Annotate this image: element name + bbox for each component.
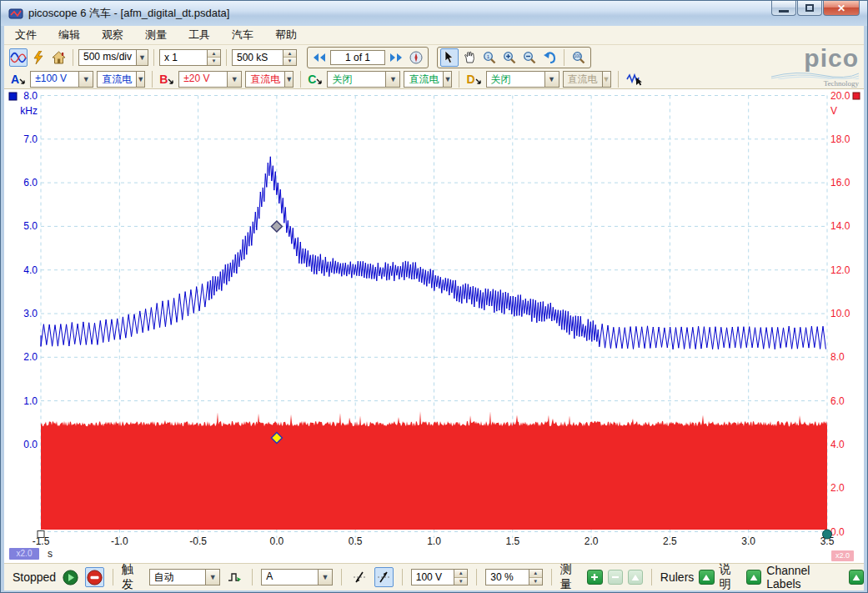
next-buffer-icon xyxy=(389,53,403,63)
close-button[interactable]: ✕ xyxy=(823,1,860,16)
zoom-marquee-button[interactable]: 1 xyxy=(480,48,499,67)
spinner-arrows[interactable]: ▲▼ xyxy=(454,570,467,585)
scope-plot-svg[interactable]: 8.07.06.05.04.03.02.01.00.0kHz20.018.016… xyxy=(4,89,865,563)
trigger-source-dropdown[interactable]: A ▼ xyxy=(261,569,333,585)
toolbar-separator xyxy=(551,569,552,585)
channel-d-range-dropdown[interactable]: 关闭 ▼ xyxy=(486,71,559,88)
svg-text:12.0: 12.0 xyxy=(830,264,850,276)
pan-tool-button[interactable] xyxy=(460,48,479,67)
spin-down-icon[interactable]: ▼ xyxy=(454,578,467,585)
add-measurement-button[interactable] xyxy=(587,570,602,585)
spinner-arrows[interactable]: ▲▼ xyxy=(283,50,296,65)
menu-automotive[interactable]: 汽车 xyxy=(221,26,264,44)
channel-labels-toggle-button[interactable] xyxy=(849,570,864,585)
spin-up-icon[interactable]: ▲ xyxy=(283,50,296,58)
rulers-toggle-button[interactable] xyxy=(699,570,714,585)
zoom-out-button[interactable] xyxy=(520,48,539,67)
channel-b-coupling-dropdown[interactable]: 直流电 ▼ xyxy=(245,71,294,88)
svg-text:8.0: 8.0 xyxy=(830,351,845,363)
buffer-overview-button[interactable] xyxy=(407,48,425,67)
zoom-100-button[interactable]: 100 xyxy=(569,48,588,67)
scope-view[interactable]: 8.07.06.05.04.03.02.01.00.0kHz20.018.016… xyxy=(4,89,864,563)
spin-down-icon[interactable]: ▼ xyxy=(529,578,542,585)
waveform-view-button[interactable] xyxy=(9,48,28,67)
title-bar[interactable]: picoscope 6 汽车 - [afm_digital_dt.psdata]… xyxy=(1,1,867,26)
notes-toggle-button[interactable] xyxy=(746,570,761,585)
timebase-dropdown[interactable]: 500 ms/div ▼ xyxy=(78,49,148,66)
menu-measure[interactable]: 测量 xyxy=(134,26,178,44)
zoom-factor-spinner[interactable]: x 1 ▲▼ xyxy=(159,49,221,66)
start-capture-button[interactable] xyxy=(61,567,80,587)
spin-down-icon[interactable]: ▼ xyxy=(208,58,220,65)
channel-d-button[interactable]: D xyxy=(466,73,482,86)
restore-button[interactable] xyxy=(797,1,822,16)
trigger-level-spinner[interactable]: 100 V ▲▼ xyxy=(411,569,469,585)
spin-up-icon[interactable]: ▲ xyxy=(529,570,542,578)
channel-c-coupling-dropdown[interactable]: 直流电 ▼ xyxy=(404,71,452,88)
svg-text:5.0: 5.0 xyxy=(23,220,38,232)
channel-c-button[interactable]: C xyxy=(308,73,324,86)
probe-settings-button[interactable] xyxy=(625,70,644,88)
svg-text:6.0: 6.0 xyxy=(830,395,845,407)
pico-technology-logo: pico Technology xyxy=(771,48,859,88)
left-axis-zoom-badge[interactable]: x2.0 xyxy=(9,548,39,560)
zoom-in-button[interactable] xyxy=(500,48,519,67)
toolbar-separator xyxy=(153,49,154,66)
capture-state-label: Stopped xyxy=(13,570,56,584)
channel-a-coupling-dropdown[interactable]: 直流电 ▼ xyxy=(97,71,145,88)
connect-device-button[interactable] xyxy=(29,48,48,67)
samples-spinner[interactable]: 500 kS ▲▼ xyxy=(232,49,297,66)
channel-toolbar: A ±100 V ▼ 直流电 ▼ B ±20 V ▼ 直流电 ▼ C xyxy=(4,69,864,89)
spinner-arrows[interactable]: ▲▼ xyxy=(529,570,542,585)
rising-edge-icon xyxy=(377,571,390,583)
rising-edge-button[interactable] xyxy=(374,567,394,587)
chevron-down-icon: ▼ xyxy=(136,72,144,87)
svg-text:16.0: 16.0 xyxy=(830,177,850,188)
svg-text:2.0: 2.0 xyxy=(585,535,599,547)
menu-help[interactable]: 帮助 xyxy=(264,26,308,44)
svg-text:0.0: 0.0 xyxy=(270,535,284,547)
next-buffer-button[interactable] xyxy=(387,48,405,67)
notes-label: 说明 xyxy=(720,562,742,592)
chevron-down-icon: ▼ xyxy=(136,50,148,65)
spin-up-icon[interactable]: ▲ xyxy=(208,50,220,58)
home-button[interactable] xyxy=(49,48,68,67)
channel-a-range-dropdown[interactable]: ±100 V ▼ xyxy=(30,71,93,88)
trigger-mode-dropdown[interactable]: 自动 ▼ xyxy=(149,569,221,585)
toolbar-separator xyxy=(459,71,459,88)
trigger-pulse-icon xyxy=(228,571,241,583)
channel-c-range-dropdown[interactable]: 关闭 ▼ xyxy=(327,71,400,88)
chevron-down-icon: ▼ xyxy=(318,570,332,585)
channel-a-button[interactable]: A xyxy=(11,73,27,86)
menu-tools[interactable]: 工具 xyxy=(178,26,221,44)
toolbar-separator xyxy=(300,71,301,88)
spinner-arrows[interactable]: ▲▼ xyxy=(207,50,220,65)
spin-up-icon[interactable]: ▲ xyxy=(454,570,467,578)
svg-text:s: s xyxy=(48,548,53,560)
channel-b-button[interactable]: B xyxy=(159,73,175,86)
menu-view[interactable]: 观察 xyxy=(91,26,134,44)
channel-b-range-dropdown[interactable]: ±20 V ▼ xyxy=(178,71,242,88)
menu-file[interactable]: 文件 xyxy=(4,26,48,44)
svg-text:7.0: 7.0 xyxy=(23,133,38,145)
chevron-down-icon: ▼ xyxy=(544,72,559,87)
menu-bar: 文件 编辑 观察 测量 工具 汽车 帮助 xyxy=(4,26,864,45)
right-axis-zoom-badge[interactable]: x2.0 xyxy=(831,550,854,561)
toolbar-separator xyxy=(651,569,652,585)
select-tool-button[interactable] xyxy=(440,48,459,67)
menu-edit[interactable]: 编辑 xyxy=(48,26,91,44)
prev-buffer-button[interactable] xyxy=(310,48,329,67)
undo-zoom-button[interactable] xyxy=(540,48,559,67)
svg-text:10.0: 10.0 xyxy=(830,308,850,319)
channel-a-label: A xyxy=(11,73,19,86)
window-title: picoscope 6 汽车 - [afm_digital_dt.psdata] xyxy=(28,6,229,21)
prev-buffer-icon xyxy=(313,53,326,63)
pretrigger-spinner[interactable]: 30 % ▲▼ xyxy=(485,569,543,585)
spin-down-icon[interactable]: ▼ xyxy=(283,58,296,65)
falling-edge-button[interactable] xyxy=(350,567,369,587)
stop-capture-button[interactable] xyxy=(85,567,104,587)
advanced-trigger-button[interactable] xyxy=(225,568,243,586)
svg-text:-1.0: -1.0 xyxy=(111,535,128,547)
chevron-down-icon: ▼ xyxy=(385,72,399,87)
minimize-button[interactable] xyxy=(771,1,796,16)
